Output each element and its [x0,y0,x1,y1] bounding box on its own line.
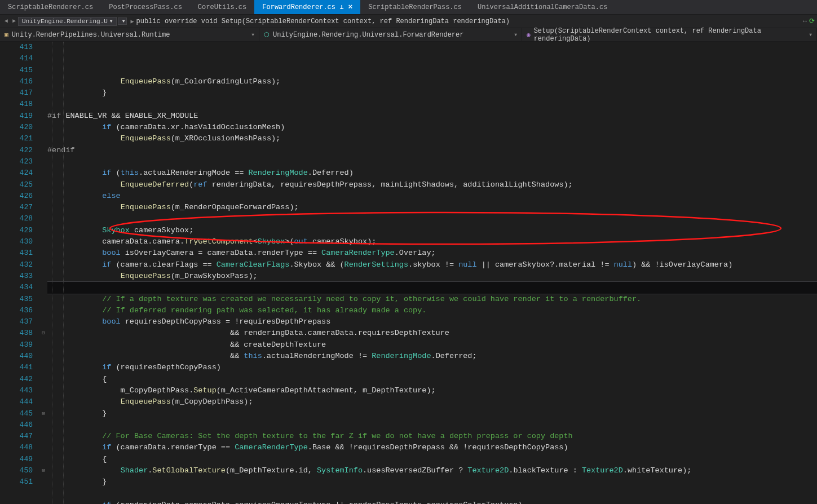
code-line[interactable] [47,419,817,431]
code-line[interactable] [47,488,817,499]
code-line[interactable]: m_CopyDepthPass.Setup(m_ActiveCameraDept… [47,385,817,396]
line-number: 413 [0,42,33,53]
line-number: 445 [0,408,33,419]
tab-bar: ScriptableRenderer.cs PostProcessPass.cs… [0,0,817,15]
code-line[interactable]: if (cameraData.xr.hasValidOcclusionMesh) [47,122,817,133]
line-number: 431 [0,247,33,259]
context-bar: ▣ Unity.RenderPipelines.Universal.Runtim… [0,28,817,42]
code-line[interactable]: EnqueuePass(m_RenderOpaqueForwardPass); [47,202,817,213]
fold-toggle[interactable]: ⊟ [39,408,47,419]
line-number: 419 [0,110,33,122]
line-number: 427 [0,202,33,213]
code-line[interactable]: Shader.SetGlobalTexture(m_DepthTexture.i… [47,465,817,476]
fold-toggle [39,454,47,465]
fold-toggle [39,133,47,144]
fold-toggle [39,294,47,305]
line-number: 432 [0,259,33,271]
code-line[interactable] [47,282,817,293]
csharp-project-icon: ▣ [5,31,8,38]
code-line[interactable] [47,99,817,110]
tab-scriptable-renderer[interactable]: ScriptableRenderer.cs [0,0,101,14]
code-line[interactable]: if (renderingData.cameraData.requiresOpa… [47,499,817,504]
fold-gutter[interactable]: ⊟⊟⊟ [39,42,47,504]
code-line[interactable]: if (cameraData.renderType == CameraRende… [47,442,817,453]
line-number: 418 [0,99,33,110]
breadcrumb-arrow-icon: ▶ [130,18,134,25]
line-number: 433 [0,271,33,282]
fold-toggle [39,351,47,362]
tab-scriptable-render-pass[interactable]: ScriptableRenderPass.cs [360,0,470,14]
nav-fwd-button[interactable]: ► [12,18,16,24]
tab-postprocess-pass[interactable]: PostProcessPass.cs [101,0,190,14]
line-number: 444 [0,396,33,408]
line-number: 430 [0,236,33,247]
code-line[interactable]: bool isOverlayCamera = cameraData.render… [47,247,817,259]
editor-area[interactable]: 4134144154164174184194204214224234244254… [0,42,817,504]
line-number: 449 [0,454,33,465]
tab-core-utils[interactable]: CoreUtils.cs [190,0,254,14]
code-line[interactable]: if (requiresDepthCopyPass) [47,362,817,373]
fold-toggle [39,259,47,271]
code-line[interactable]: #if ENABLE_VR && ENABLE_XR_MODULE [47,110,817,122]
nav-back-button[interactable]: ◄ [5,18,8,24]
line-number: 447 [0,431,33,442]
fold-toggle[interactable]: ⊟ [39,465,47,476]
code-line[interactable]: && this.actualRenderingMode != Rendering… [47,351,817,362]
fold-toggle[interactable]: ⊟ [39,328,47,339]
refresh-button[interactable]: ⟳ [809,17,815,25]
line-number: 440 [0,351,33,362]
code-line[interactable]: EnqueuePass(m_DrawSkyboxPass); [47,271,817,282]
code-line[interactable]: } [47,87,817,99]
project-selector[interactable]: ▣ Unity.RenderPipelines.Universal.Runtim… [0,28,259,41]
code-line[interactable]: { [47,454,817,465]
code-content[interactable]: EnqueuePass(m_ColorGradingLutPass); } #i… [47,42,817,504]
code-line[interactable]: && createDepthTexture [47,339,817,351]
class-selector[interactable]: ⬡ UnityEngine.Rendering.Universal.Forwar… [259,28,522,41]
code-line[interactable]: else [47,191,817,202]
fold-toggle [39,236,47,247]
code-line[interactable] [47,156,817,167]
type-dropdown-2[interactable]: ▼ [118,17,127,25]
code-line[interactable]: if (this.actualRenderingMode == Renderin… [47,167,817,179]
line-number: 416 [0,76,33,87]
method-icon: ◉ [527,31,531,38]
fold-toggle [39,339,47,351]
line-number: 415 [0,65,33,76]
close-icon[interactable]: × [348,3,353,11]
code-line[interactable]: } [47,476,817,488]
split-button[interactable]: ↔ [803,17,807,25]
code-line[interactable]: // If deferred rendering path was select… [47,305,817,316]
pin-icon[interactable]: ⟂ [340,3,344,11]
fold-toggle [39,396,47,408]
code-line[interactable]: } [47,408,817,419]
tab-universal-camera-data[interactable]: UniversalAdditionalCameraData.cs [470,0,615,14]
code-line[interactable]: && renderingData.cameraData.requiresDept… [47,328,817,339]
code-line[interactable] [47,213,817,224]
code-line[interactable]: EnqueuePass(m_ColorGradingLutPass); [47,76,817,87]
line-number: 422 [0,145,33,156]
code-line[interactable]: EnqueuePass(m_CopyDepthPass); [47,396,817,408]
code-line[interactable]: EnqueuePass(m_XROcclusionMeshPass); [47,133,817,144]
code-line[interactable]: Skybox cameraSkybox; [47,225,817,236]
line-number: 426 [0,191,33,202]
code-line[interactable]: #endif [47,145,817,156]
tab-forward-renderer[interactable]: ForwardRenderer.cs ⟂ × [254,0,360,14]
fold-toggle [39,145,47,156]
code-line[interactable]: // For Base Cameras: Set the depth textu… [47,431,817,442]
code-line[interactable]: EnqueueDeferred(ref renderingData, requi… [47,179,817,191]
code-line[interactable]: { [47,374,817,385]
line-number: 450 [0,465,33,476]
type-dropdown[interactable]: UnityEngine.Rendering.U▼ [18,17,117,26]
code-line[interactable]: if (camera.clearFlags == CameraClearFlag… [47,259,817,271]
method-breadcrumb[interactable]: public override void Setup(ScriptableRen… [136,17,510,25]
code-line[interactable]: cameraData.camera.TryGetComponent<Skybox… [47,236,817,247]
line-number: 438 [0,328,33,339]
fold-toggle [39,202,47,213]
member-selector[interactable]: ◉ Setup(ScriptableRenderContext context,… [522,28,817,41]
code-line[interactable]: // If a depth texture was created we nec… [47,294,817,305]
fold-toggle [39,156,47,167]
line-number: 434 [0,282,33,293]
line-number: 414 [0,53,33,64]
code-line[interactable]: bool requiresDepthCopyPass = !requiresDe… [47,316,817,328]
line-number: 421 [0,133,33,144]
